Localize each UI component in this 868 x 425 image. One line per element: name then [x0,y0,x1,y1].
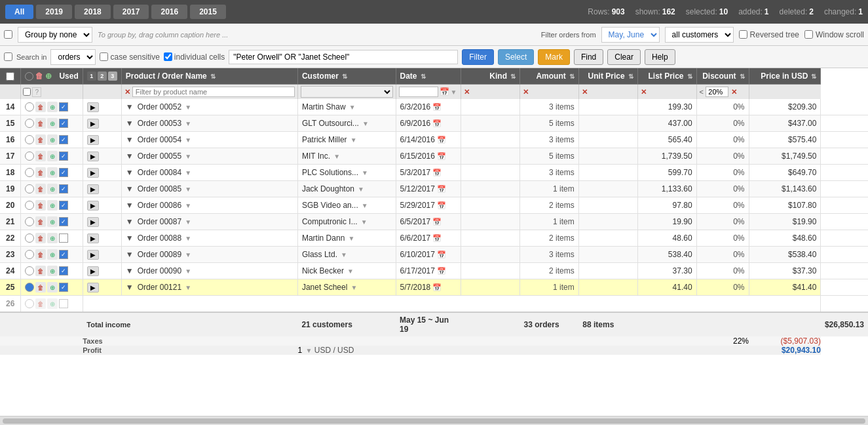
tab-2015[interactable]: 2015 [190,5,226,19]
search-in-select[interactable]: orders [50,49,96,65]
date-calendar-icon[interactable]: 📅 [432,103,442,111]
select-all-checkbox[interactable] [6,72,14,81]
filter-unit-price[interactable]: ✕ [578,85,637,100]
col-header-amount[interactable]: Amount ⇅ [520,68,579,85]
filter-clear-product[interactable]: ✕ [124,88,130,96]
customer-dropdown-icon[interactable]: ▼ [348,235,354,242]
row-used-check[interactable]: ✓ [59,102,68,111]
row-add-icon[interactable]: ⊕ [47,266,58,276]
date-filter-input[interactable] [399,87,438,97]
order-dropdown-icon[interactable]: ▼ [185,120,191,127]
filter-clear-kind[interactable]: ✕ [464,88,470,96]
search-checkbox[interactable] [4,52,12,61]
row-expand-btn[interactable]: ▶ [87,266,99,276]
order-dropdown-icon[interactable]: ▼ [185,284,191,291]
find-button[interactable]: Find [574,49,603,65]
row-used-check[interactable]: ✓ [59,283,68,292]
order-dropdown-icon[interactable]: ▼ [185,153,191,160]
filter-date-select[interactable]: May, June [601,27,660,43]
col-header-pos[interactable] [0,68,21,85]
row-add-icon[interactable]: ⊕ [47,249,58,260]
row-expand-btn[interactable]: ▶ [87,152,99,161]
row-delete-icon[interactable]: 🗑 [35,151,46,161]
order-expand-icon[interactable]: ▼ [126,184,134,193]
date-calendar-icon[interactable]: 📅 [437,251,446,258]
filter-kind[interactable]: ✕ [461,85,520,100]
row-delete-icon[interactable]: 🗑 [35,118,46,129]
date-calendar-icon[interactable]: 📅 [437,267,446,275]
row-radio-partial[interactable] [25,299,34,308]
row-add-icon[interactable]: ⊕ [47,151,58,161]
date-calendar-icon[interactable]: 📅 [437,185,446,193]
col-header-kind[interactable]: Kind ⇅ [461,68,520,85]
row-radio[interactable] [25,250,34,259]
tab-2016[interactable]: 2016 [151,5,187,19]
row-delete-icon[interactable]: 🗑 [35,184,46,194]
customer-dropdown-icon[interactable]: ▼ [358,186,364,193]
discount-filter-input[interactable] [706,87,728,97]
row-used-check[interactable] [59,233,68,243]
col-header-date[interactable]: Date ⇅ [396,68,461,85]
order-expand-icon[interactable]: ▼ [126,152,134,161]
filter-button[interactable]: Filter [462,49,494,65]
filter-amount[interactable]: ✕ [520,85,579,100]
row-expand-btn[interactable]: ▶ [87,283,99,293]
row-radio[interactable] [25,168,34,177]
customer-dropdown-icon[interactable]: ▼ [362,202,368,209]
row-radio[interactable] [25,233,34,243]
col-header-nav[interactable]: 1 2 3 [83,68,121,85]
row-used-check[interactable]: ✓ [59,201,68,210]
row-used-check[interactable]: ✓ [59,266,68,275]
row-expand-btn[interactable]: ▶ [87,168,99,178]
customer-dropdown-icon[interactable]: ▼ [341,251,347,258]
tab-2017[interactable]: 2017 [113,5,149,19]
search-input[interactable] [229,50,458,64]
order-dropdown-icon[interactable]: ▼ [185,251,191,258]
date-calendar-icon[interactable]: 📅 [437,201,446,209]
order-dropdown-icon[interactable]: ▼ [185,104,191,111]
col-header-unit-price[interactable]: Unit Price ⇅ [578,68,637,85]
row-radio[interactable] [25,135,34,144]
row-expand-btn[interactable]: ▶ [87,217,99,227]
row-expand-btn[interactable]: ▶ [87,102,99,112]
col-header-price-usd[interactable]: Price in USD ⇅ [749,68,821,85]
filter-date[interactable]: 📅 ▼ [396,85,461,100]
row-delete-icon[interactable]: 🗑 [35,216,46,227]
order-dropdown-icon[interactable]: ▼ [185,169,191,176]
row-radio[interactable] [25,184,34,193]
row-add-icon[interactable]: ⊕ [47,282,58,293]
order-expand-icon[interactable]: ▼ [126,266,134,275]
row-radio[interactable] [25,152,34,161]
order-expand-icon[interactable]: ▼ [126,250,134,259]
individual-cells-checkbox[interactable] [164,52,172,61]
row-delete-icon[interactable]: 🗑 [35,134,46,145]
date-calendar-icon[interactable]: 📅 [432,218,442,226]
scroll-bar-thumb[interactable] [3,418,865,424]
row-radio[interactable] [25,102,34,111]
order-dropdown-icon[interactable]: ▼ [185,218,191,226]
group-checkbox[interactable] [4,30,12,39]
row-delete-icon[interactable]: 🗑 [35,266,46,276]
col-header-actions[interactable]: 🗑 ⊕ Used [21,68,83,85]
col-header-customer[interactable]: Customer ⇅ [297,68,396,85]
order-expand-icon[interactable]: ▼ [126,168,134,177]
filter-customer[interactable] [297,85,396,100]
order-expand-icon[interactable]: ▼ [126,217,134,226]
filter-clear-unit-price[interactable]: ✕ [582,88,588,96]
tab-all[interactable]: All [5,5,33,19]
row-used-check[interactable]: ✓ [59,168,68,177]
group-by-select[interactable]: Group by none [18,27,92,43]
order-expand-icon[interactable]: ▼ [126,102,134,111]
order-expand-icon[interactable]: ▼ [126,233,134,243]
row-add-icon[interactable]: ⊕ [47,167,58,178]
tab-2018[interactable]: 2018 [75,5,111,19]
date-calendar-icon[interactable]: 📅 [432,169,442,176]
filter-discount[interactable]: < ✕ [696,85,749,100]
customer-dropdown-icon[interactable]: ▼ [350,284,357,291]
row-delete-icon[interactable]: 🗑 [35,282,46,293]
row-radio[interactable] [25,201,34,210]
col-header-discount[interactable]: Discount ⇅ [696,68,749,85]
col-header-list-price[interactable]: List Price ⇅ [637,68,696,85]
row-radio[interactable] [25,217,34,226]
date-calendar-icon[interactable]: 📅 [437,152,446,160]
